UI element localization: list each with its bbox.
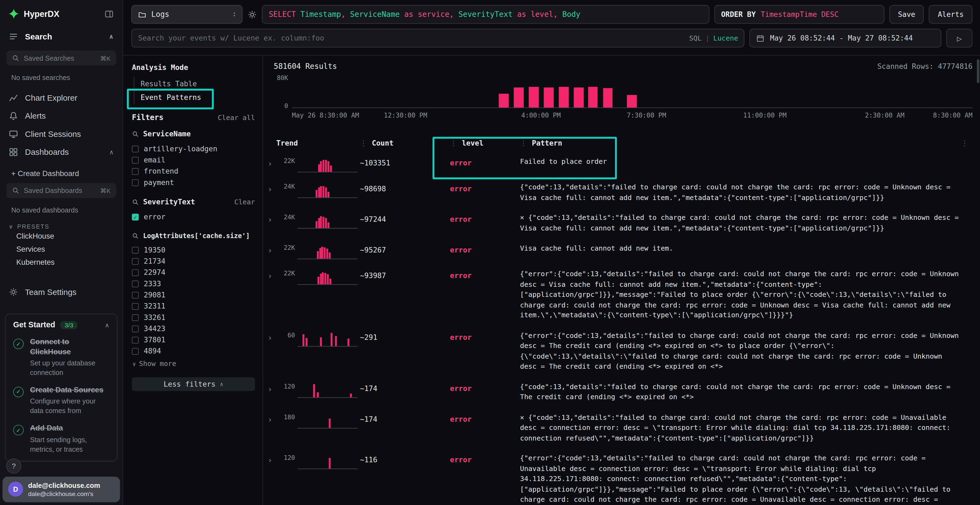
save-button[interactable]: Save xyxy=(889,5,924,24)
help-button[interactable]: ? xyxy=(6,459,21,473)
pattern-row[interactable]: › 22K ~95267 error Visa cache full: cann… xyxy=(266,238,972,264)
pattern-row[interactable]: › 22K ~93987 error {"error":{"code":13,"… xyxy=(266,264,972,325)
filter-option[interactable]: email xyxy=(132,154,255,165)
row-expand-chevron-icon[interactable]: › xyxy=(266,212,274,224)
saved-searches-input[interactable]: Saved Searches ⌘K xyxy=(6,51,116,65)
column-grip-icon[interactable]: ⋮ xyxy=(450,139,457,147)
date-range-picker[interactable]: May 26 08:52:44 - May 27 08:52:44 xyxy=(749,29,941,48)
source-settings-gear-icon[interactable] xyxy=(247,10,257,19)
filter-option[interactable]: 22974 xyxy=(132,267,255,278)
filter-option[interactable]: 32311 xyxy=(132,300,255,311)
table-menu-icon[interactable]: ⋮ xyxy=(961,139,972,147)
filter-option[interactable]: 4894 xyxy=(132,346,255,357)
presets-section-header[interactable]: ∨ PRESETS xyxy=(9,223,123,230)
analysis-mode-results-table[interactable]: Results Table xyxy=(134,77,255,91)
filter-checkbox[interactable] xyxy=(132,156,138,163)
filter-checkbox[interactable] xyxy=(132,168,138,175)
header-level[interactable]: ⋮level xyxy=(450,139,517,148)
chevron-up-icon[interactable]: ∧ xyxy=(109,33,114,40)
get-started-header[interactable]: Get Started 3/3 ∧ xyxy=(13,321,110,329)
user-menu[interactable]: D dale@clickhouse.com dale@clickhouse.co… xyxy=(2,476,120,502)
filter-checkbox[interactable] xyxy=(132,258,138,264)
search-input[interactable] xyxy=(131,29,744,48)
preset-clickhouse[interactable]: ClickHouse xyxy=(0,230,123,243)
row-expand-chevron-icon[interactable]: › xyxy=(266,411,274,423)
header-count[interactable]: ⋮Count xyxy=(360,139,447,148)
filter-checkbox[interactable] xyxy=(132,145,138,152)
less-filters-button[interactable]: Less filters ∧ xyxy=(132,377,255,391)
filter-option[interactable]: ✓error xyxy=(132,211,255,222)
preset-kubernetes[interactable]: Kubernetes xyxy=(0,256,123,269)
sidebar-item-client-sessions[interactable]: Client Sessions xyxy=(0,125,123,143)
show-more-link[interactable]: ∨ Show more xyxy=(132,360,255,368)
filter-checkbox[interactable] xyxy=(132,291,138,298)
sidebar-item-team-settings[interactable]: Team Settings xyxy=(0,283,123,301)
preset-services[interactable]: Services xyxy=(0,243,123,256)
row-expand-chevron-icon[interactable]: › xyxy=(266,181,274,193)
filter-checkbox[interactable] xyxy=(132,280,138,287)
get-started-item[interactable]: ✓ Add Data Start sending logs, metrics, … xyxy=(13,424,110,454)
filter-checkbox[interactable] xyxy=(132,314,138,321)
order-by-input[interactable]: ORDER BY TimestampTime DESC xyxy=(714,5,884,24)
filter-checkbox[interactable] xyxy=(132,246,138,253)
pattern-row[interactable]: › 120 ~116 error {"error":{"code":13,"de… xyxy=(266,448,972,505)
sidebar-item-alerts[interactable]: Alerts xyxy=(0,107,123,125)
row-expand-chevron-icon[interactable]: › xyxy=(266,156,274,168)
sql-query-input[interactable]: SELECT Timestamp, ServiceName as service… xyxy=(262,5,709,24)
filter-option[interactable]: frontend xyxy=(132,165,255,176)
filter-option[interactable]: 29081 xyxy=(132,289,255,300)
scrollbar-thumb[interactable] xyxy=(977,59,979,83)
create-dashboard-button[interactable]: + Create Dashboard xyxy=(11,169,123,178)
pattern-row[interactable]: › 22K ~103351 error Failed to place orde… xyxy=(266,151,972,177)
pattern-row[interactable]: › 60 ~291 error {"error":{"code":13,"det… xyxy=(266,325,972,376)
row-expand-chevron-icon[interactable]: › xyxy=(266,452,274,464)
filter-option[interactable]: 21734 xyxy=(132,256,255,267)
lang-sql[interactable]: SQL xyxy=(689,34,702,42)
filter-checkbox[interactable] xyxy=(132,179,138,186)
filter-checkbox[interactable] xyxy=(132,336,138,343)
filter-checkbox[interactable] xyxy=(132,269,138,276)
get-started-item[interactable]: ✓ Connect to ClickHouse Set up your data… xyxy=(13,337,110,377)
saved-dashboards-input[interactable]: Saved Dashboards ⌘K xyxy=(6,183,116,198)
query-language-toggle[interactable]: SQL | Lucene xyxy=(689,29,738,48)
row-expand-chevron-icon[interactable]: › xyxy=(266,268,274,280)
sidebar-item-search[interactable]: Search ∧ xyxy=(0,27,123,46)
filter-checkbox[interactable] xyxy=(132,303,138,310)
pattern-row[interactable]: › 120 ~174 error {"code":13,"details":"f… xyxy=(266,376,972,407)
filter-checkbox[interactable]: ✓ xyxy=(132,213,138,220)
sidebar-item-chart-explorer[interactable]: Chart Explorer xyxy=(0,89,123,107)
filter-option[interactable]: 2333 xyxy=(132,278,255,289)
filter-option[interactable]: artillery-loadgen xyxy=(132,143,255,154)
pattern-row[interactable]: › 24K ~97244 error × {"code":13,"details… xyxy=(266,207,972,238)
filter-option[interactable]: 19350 xyxy=(132,245,255,256)
filter-option[interactable]: payment xyxy=(132,177,255,188)
row-expand-chevron-icon[interactable]: › xyxy=(266,329,274,341)
clear-filter-link[interactable]: Clear xyxy=(234,198,255,206)
lang-lucene[interactable]: Lucene xyxy=(713,34,738,42)
get-started-item[interactable]: ✓ Create Data Sources Configure where yo… xyxy=(13,385,110,416)
column-grip-icon[interactable]: ⋮ xyxy=(520,139,527,147)
column-grip-icon[interactable]: ⋮ xyxy=(360,139,367,147)
run-query-button[interactable]: ▷ xyxy=(946,29,972,48)
row-expand-chevron-icon[interactable]: › xyxy=(266,243,274,254)
results-histogram[interactable]: 80K 0 xyxy=(266,74,973,108)
collapse-sidebar-icon[interactable] xyxy=(104,9,113,18)
chevron-up-icon[interactable]: ∧ xyxy=(109,149,114,156)
header-trend[interactable]: Trend xyxy=(276,139,358,148)
alerts-button[interactable]: Alerts xyxy=(929,5,973,24)
analysis-mode-event-patterns[interactable]: Event Patterns xyxy=(134,91,255,105)
filter-checkbox[interactable] xyxy=(132,348,138,354)
pattern-row[interactable]: › 24K ~98698 error {"code":13,"details":… xyxy=(266,177,972,207)
row-expand-chevron-icon[interactable]: › xyxy=(266,381,274,392)
header-pattern[interactable]: ⋮Pattern xyxy=(520,139,959,148)
clear-all-link[interactable]: Clear all xyxy=(218,114,255,122)
chevron-up-icon[interactable]: ∧ xyxy=(105,321,110,328)
pattern-row[interactable]: › 180 ~174 error × {"code":13,"details":… xyxy=(266,407,972,448)
filter-option[interactable]: 37801 xyxy=(132,334,255,345)
histogram-plot[interactable] xyxy=(292,78,972,108)
sidebar-item-dashboards[interactable]: Dashboards ∧ xyxy=(0,143,123,161)
filter-option[interactable]: 34423 xyxy=(132,323,255,334)
source-select[interactable]: Logs ▴▾ xyxy=(131,5,243,24)
filter-option[interactable]: 33261 xyxy=(132,312,255,323)
filter-checkbox[interactable] xyxy=(132,325,138,332)
